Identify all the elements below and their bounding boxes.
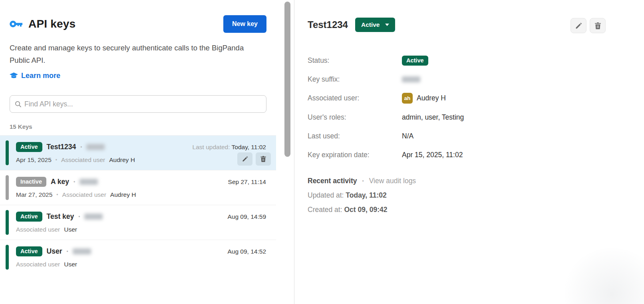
key-name: Test1234 bbox=[47, 143, 76, 151]
associated-user-label: Associated user bbox=[16, 226, 60, 233]
api-key-list: Active Test1234 • Last updated: Today, 1… bbox=[0, 135, 276, 274]
field-value: Apr 15, 2025, 11:02 bbox=[402, 151, 463, 159]
status-badge: Active bbox=[16, 142, 42, 152]
pencil-icon bbox=[575, 22, 582, 29]
panel-description: Create and manage keys to securely authe… bbox=[10, 42, 254, 66]
associated-user-label: Associated user bbox=[61, 156, 105, 164]
key-date: Mar 27, 2025 bbox=[16, 191, 52, 198]
key-icon bbox=[10, 19, 23, 29]
view-audit-logs-link[interactable]: View audit logs bbox=[369, 177, 416, 185]
delete-key-button[interactable] bbox=[590, 18, 606, 33]
dot-separator: • bbox=[56, 157, 57, 163]
detail-field-row: Key suffix: bbox=[308, 74, 644, 84]
associated-user-name: Audrey H bbox=[417, 94, 446, 102]
status-badge: Active bbox=[16, 246, 42, 256]
search-input[interactable] bbox=[24, 100, 261, 108]
api-key-list-item[interactable]: Active User • Aug 09, 14:52 Associated u… bbox=[0, 240, 276, 274]
detail-field-row: Last used: N/A bbox=[308, 131, 644, 141]
updated-at-line: Updated at: Today, 11:02 bbox=[308, 191, 644, 200]
field-label: Status: bbox=[308, 56, 402, 65]
detail-fields: Status: Active Key suffix: Associated us… bbox=[308, 55, 644, 160]
field-value: admin, user, Testing bbox=[402, 113, 464, 122]
dot-separator: • bbox=[66, 249, 68, 254]
edit-key-button[interactable] bbox=[570, 18, 586, 33]
trash-icon bbox=[595, 22, 601, 29]
pencil-icon bbox=[242, 156, 248, 162]
edit-key-button[interactable] bbox=[237, 152, 252, 166]
field-label: Last used: bbox=[308, 132, 402, 140]
status-badge: Inactive bbox=[16, 177, 46, 187]
redacted-key-suffix bbox=[80, 179, 98, 185]
detail-actions bbox=[570, 18, 606, 33]
associated-user-name: Audrey H bbox=[109, 156, 135, 164]
field-label: Key suffix: bbox=[308, 75, 402, 84]
key-detail-panel: Test1234 Active Status: Active bbox=[308, 0, 644, 304]
field-value: Active bbox=[402, 56, 428, 66]
list-scrollbar[interactable] bbox=[284, 2, 290, 157]
user-avatar: ah bbox=[402, 93, 413, 104]
redacted-key-suffix bbox=[86, 144, 105, 150]
learn-more-link[interactable]: Learn more bbox=[10, 72, 60, 80]
panel-header: API keys New key bbox=[10, 15, 266, 33]
key-timestamp: Last updated: Today, 11:02 bbox=[193, 144, 266, 151]
key-date: Apr 15, 2025 bbox=[16, 156, 52, 164]
status-color-bar bbox=[6, 245, 9, 270]
dot-separator: • bbox=[74, 179, 75, 185]
search-box bbox=[10, 95, 266, 113]
field-label: Associated user: bbox=[308, 94, 402, 102]
search-icon bbox=[15, 101, 22, 108]
field-label: User's roles: bbox=[308, 113, 402, 122]
detail-field-row: Status: Active bbox=[308, 55, 644, 66]
key-name: User bbox=[47, 247, 62, 256]
api-key-list-item[interactable]: Inactive A key • Sep 27, 11:14 Mar 27, 2… bbox=[0, 170, 276, 205]
dot-separator: • bbox=[78, 214, 80, 220]
field-label: Key expiration date: bbox=[308, 151, 402, 159]
api-key-list-item[interactable]: Active Test1234 • Last updated: Today, 1… bbox=[0, 135, 276, 170]
redacted-key-suffix bbox=[73, 248, 91, 254]
recent-activity-title: Recent activity bbox=[308, 177, 357, 185]
page-title: API keys bbox=[28, 18, 76, 30]
key-timestamp: Aug 09, 14:52 bbox=[227, 248, 266, 255]
status-color-bar bbox=[6, 210, 9, 235]
status-color-bar bbox=[6, 140, 9, 165]
status-badge: Active bbox=[402, 56, 428, 66]
associated-user-label: Associated user bbox=[16, 261, 60, 268]
keys-count-label: 15 Keys bbox=[10, 123, 266, 130]
status-badge: Active bbox=[16, 212, 42, 222]
dot-separator: • bbox=[56, 192, 58, 198]
recent-activity-section: Recent activity • View audit logs Update… bbox=[308, 177, 644, 214]
key-name: A key bbox=[51, 178, 69, 186]
row-actions bbox=[237, 152, 271, 166]
associated-user-name: User bbox=[64, 226, 77, 233]
new-key-button[interactable]: New key bbox=[223, 15, 266, 33]
trash-icon bbox=[260, 156, 266, 162]
detail-title: Test1234 bbox=[308, 19, 348, 30]
field-value: ahAudrey H bbox=[402, 93, 446, 104]
created-at-line: Created at: Oct 09, 09:42 bbox=[308, 206, 644, 214]
associated-user-name: User bbox=[64, 261, 77, 268]
dot-separator: • bbox=[362, 178, 364, 184]
panel-divider bbox=[294, 0, 294, 304]
key-timestamp: Aug 09, 14:59 bbox=[227, 213, 266, 220]
key-timestamp: Sep 27, 11:14 bbox=[228, 178, 266, 186]
associated-user-name: Audrey H bbox=[110, 191, 136, 198]
detail-field-row: Key expiration date: Apr 15, 2025, 11:02 bbox=[308, 150, 644, 160]
redacted-key-suffix bbox=[84, 214, 103, 220]
associated-user-label: Associated user bbox=[62, 191, 106, 198]
api-key-list-item[interactable]: Active Test key • Aug 09, 14:59 Associat… bbox=[0, 205, 276, 240]
key-name: Test key bbox=[47, 212, 74, 221]
dot-separator: • bbox=[80, 144, 82, 150]
api-keys-panel: API keys New key Create and manage keys … bbox=[0, 0, 276, 304]
delete-key-button[interactable] bbox=[256, 152, 271, 166]
field-value: N/A bbox=[402, 132, 413, 140]
status-color-bar bbox=[6, 175, 9, 200]
detail-field-row: User's roles: admin, user, Testing bbox=[308, 112, 644, 122]
graduation-cap-icon bbox=[10, 72, 18, 79]
detail-field-row: Associated user: ahAudrey H bbox=[308, 93, 644, 104]
field-value bbox=[402, 76, 420, 82]
status-dropdown[interactable]: Active bbox=[355, 18, 395, 32]
chevron-down-icon bbox=[385, 24, 389, 26]
redacted-key-suffix bbox=[402, 76, 420, 82]
